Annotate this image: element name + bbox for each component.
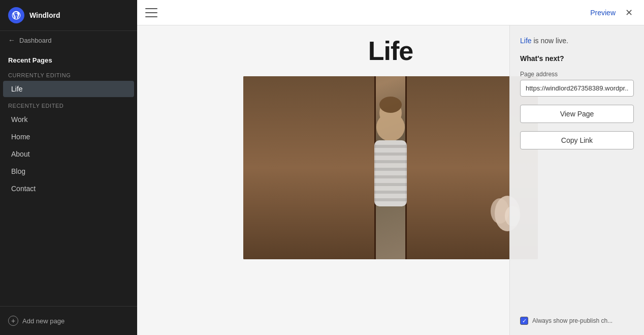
svg-rect-7 [374,168,407,171]
always-show-label: Always show pre-publish ch... [532,317,613,324]
page-title-area: Life [243,36,538,66]
preview-button[interactable]: Preview [590,9,616,17]
nav-item-life-label: Life [11,85,23,93]
live-notice: Life is now live. [520,36,634,46]
plus-icon: + [8,316,18,326]
wordpress-logo [8,7,24,23]
nav-item-blog-label: Blog [11,167,25,175]
nav-item-work-label: Work [11,115,27,124]
publish-panel: Life is now live. What's next? Page addr… [509,25,644,335]
live-page-link[interactable]: Life [520,37,532,45]
nav-item-home-label: Home [11,133,30,141]
menu-toggle-button[interactable] [145,8,157,17]
nav-item-contact[interactable]: Contact [3,180,134,197]
whats-next-heading: What's next? [520,54,634,63]
person-silhouette [340,86,441,259]
nav-item-life[interactable]: Life [3,81,134,97]
add-new-page-button[interactable]: + Add new page [8,313,129,329]
page-title: Life [243,36,538,66]
sidebar: Windlord ← Dashboard Recent Pages Curren… [0,0,137,335]
add-new-label: Add new page [22,317,65,325]
recently-edited-label: Recently edited [0,98,137,111]
page-address-label: Page address [520,71,634,78]
always-show-row: ✓ Always show pre-publish ch... [520,317,634,325]
svg-point-2 [379,97,402,113]
always-show-checkbox[interactable]: ✓ [520,317,528,325]
recent-pages-heading: Recent Pages [0,49,137,67]
nav-item-work[interactable]: Work [3,111,134,128]
nav-item-about[interactable]: About [3,146,134,162]
page-area: Life [137,25,644,335]
currently-editing-label: Currently editing [0,67,137,80]
svg-rect-4 [374,145,407,148]
site-name: Windlord [29,11,60,19]
nav-item-contact-label: Contact [11,185,36,193]
toolbar-left [145,8,157,17]
nav-item-home[interactable]: Home [3,129,134,145]
svg-rect-8 [374,175,407,178]
close-button[interactable]: ✕ [622,6,636,20]
svg-rect-3 [374,140,407,206]
svg-rect-5 [374,153,407,156]
svg-rect-6 [374,160,407,163]
sidebar-footer: + Add new page [0,306,137,335]
page-address-input[interactable] [520,80,634,97]
toolbar-right: Preview ✕ [590,6,636,20]
checkbox-check-icon: ✓ [522,318,527,324]
page-image [243,76,538,259]
photo-background [243,76,538,259]
back-arrow-icon: ← [8,36,15,44]
svg-rect-11 [374,198,407,201]
hamburger-line-3 [145,16,157,17]
page-address-section: Page address [520,71,634,97]
svg-rect-9 [374,183,407,186]
live-text: is now live. [532,37,568,45]
nav-item-blog[interactable]: Blog [3,163,134,179]
nav-item-about-label: About [11,150,30,158]
svg-rect-10 [374,191,407,194]
main-content: Preview ✕ Life [137,0,644,335]
copy-link-button[interactable]: Copy Link [520,131,634,149]
hamburger-line-2 [145,12,157,13]
hamburger-line-1 [145,8,157,9]
view-page-button[interactable]: View Page [520,105,634,123]
sidebar-header: Windlord [0,0,137,31]
dashboard-label: Dashboard [19,37,52,44]
wp-icon [11,10,21,20]
dashboard-link[interactable]: ← Dashboard [0,31,137,49]
toolbar: Preview ✕ [137,0,644,25]
